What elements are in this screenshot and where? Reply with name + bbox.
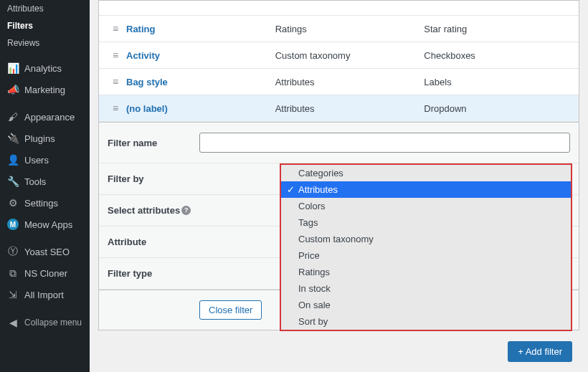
admin-sidebar: Attributes Filters Reviews 📊Analytics 📣M… xyxy=(0,0,90,372)
collapse-label: Collapse menu xyxy=(24,318,82,328)
sidebar-item-label: Appearance xyxy=(24,112,75,123)
sidebar-item-settings[interactable]: ⚙Settings xyxy=(0,192,90,214)
dropdown-option[interactable]: Ratings xyxy=(281,264,571,280)
filter-name-input[interactable] xyxy=(199,133,570,153)
table-row[interactable]: ≡ Rating Ratings Star rating xyxy=(99,16,579,42)
filter-display: Checkboxes xyxy=(424,50,573,61)
brush-icon: 🖌 xyxy=(7,111,19,123)
filter-source: Attributes xyxy=(275,103,425,114)
filter-by-label: Filter by xyxy=(108,173,199,184)
sidebar-item-label: Plugins xyxy=(24,133,55,144)
dropdown-option[interactable]: On sale xyxy=(281,297,571,313)
drag-icon[interactable]: ≡ xyxy=(105,49,126,61)
wrench-icon: 🔧 xyxy=(7,176,19,187)
drag-icon[interactable]: ≡ xyxy=(105,102,126,114)
sidebar-item-meow[interactable]: MMeow Apps xyxy=(0,214,90,235)
sidebar-item-label: Users xyxy=(24,155,49,166)
meow-icon: M xyxy=(7,219,19,230)
select-attr-label: Select attributes? xyxy=(108,205,199,216)
sidebar-sub-attributes[interactable]: Attributes xyxy=(0,0,90,17)
table-row[interactable]: ≡ Bag style Attributes Labels xyxy=(99,69,579,95)
dropdown-option[interactable]: Categories xyxy=(281,165,571,181)
megaphone-icon: 📣 xyxy=(7,84,19,95)
table-head-gap xyxy=(99,1,579,16)
dropdown-option[interactable]: Sort by xyxy=(281,313,571,330)
sidebar-item-label: Marketing xyxy=(24,85,65,95)
filter-name-link[interactable]: (no label) xyxy=(126,103,275,114)
sidebar-item-appearance[interactable]: 🖌Appearance xyxy=(0,106,90,128)
sidebar-sub-reviews[interactable]: Reviews xyxy=(0,34,90,52)
filter-type-label: Filter type xyxy=(108,268,199,279)
filter-display: Star rating xyxy=(424,24,573,34)
sliders-icon: ⚙ xyxy=(7,197,19,209)
filter-source: Ratings xyxy=(275,24,425,34)
sidebar-item-users[interactable]: 👤Users xyxy=(0,149,90,171)
filter-name-link[interactable]: Rating xyxy=(126,24,275,34)
sidebar-item-plugins[interactable]: 🔌Plugins xyxy=(0,128,90,149)
dropdown-option[interactable]: Custom taxonomy xyxy=(281,231,571,247)
chart-icon: 📊 xyxy=(7,62,19,74)
filter-display: Labels xyxy=(424,77,573,87)
table-row[interactable]: ≡ (no label) Attributes Dropdown xyxy=(99,95,579,122)
attribute-label: Attribute xyxy=(108,237,199,247)
sidebar-sub-filters[interactable]: Filters xyxy=(0,17,90,34)
filters-table: ≡ Rating Ratings Star rating ≡ Activity … xyxy=(98,0,579,123)
import-icon: ⇲ xyxy=(7,289,19,300)
sidebar-item-label: All Import xyxy=(24,290,64,300)
sidebar-item-label: Tools xyxy=(24,176,46,187)
sidebar-item-allimport[interactable]: ⇲All Import xyxy=(0,284,90,305)
filter-source: Custom taxonomy xyxy=(275,50,425,61)
collapse-menu[interactable]: ◀Collapse menu xyxy=(0,311,90,334)
user-icon: 👤 xyxy=(7,154,19,166)
sidebar-item-label: Yoast SEO xyxy=(24,247,70,257)
filter-by-dropdown[interactable]: Categories Attributes Colors Tags Custom… xyxy=(280,163,572,331)
sidebar-item-marketing[interactable]: 📣Marketing xyxy=(0,79,90,100)
sidebar-item-label: Analytics xyxy=(24,63,62,74)
sidebar-item-analytics[interactable]: 📊Analytics xyxy=(0,57,90,79)
table-row[interactable]: ≡ Activity Custom taxonomy Checkboxes xyxy=(99,42,579,69)
dropdown-option[interactable]: In stock xyxy=(281,280,571,297)
clone-icon: ⧉ xyxy=(7,267,19,279)
dropdown-option[interactable]: Price xyxy=(281,247,571,264)
sidebar-item-label: NS Cloner xyxy=(24,268,67,279)
sidebar-item-yoast[interactable]: ⓎYoast SEO xyxy=(0,241,90,262)
sidebar-item-tools[interactable]: 🔧Tools xyxy=(0,171,90,192)
collapse-icon: ◀ xyxy=(7,317,19,328)
dropdown-option[interactable]: Tags xyxy=(281,214,571,231)
filter-display: Dropdown xyxy=(424,103,573,114)
filter-name-link[interactable]: Activity xyxy=(126,50,275,61)
filter-name-link[interactable]: Bag style xyxy=(126,77,275,87)
drag-icon[interactable]: ≡ xyxy=(105,76,126,87)
sidebar-item-label: Meow Apps xyxy=(24,219,72,230)
sidebar-item-label: Settings xyxy=(24,198,58,209)
yoast-icon: Ⓨ xyxy=(7,246,19,257)
close-filter-button[interactable]: Close filter xyxy=(199,300,262,320)
dropdown-option[interactable]: Attributes xyxy=(281,181,571,198)
filter-name-label: Filter name xyxy=(108,138,199,148)
filter-source: Attributes xyxy=(275,77,425,87)
help-icon[interactable]: ? xyxy=(181,206,191,215)
sidebar-item-nscloner[interactable]: ⧉NS Cloner xyxy=(0,262,90,284)
dropdown-option[interactable]: Colors xyxy=(281,198,571,214)
form-row-name: Filter name xyxy=(99,123,579,163)
drag-icon[interactable]: ≡ xyxy=(105,23,126,34)
add-filter-button[interactable]: + Add filter xyxy=(508,341,572,362)
main-content: ≡ Rating Ratings Star rating ≡ Activity … xyxy=(90,0,588,372)
plug-icon: 🔌 xyxy=(7,133,19,144)
